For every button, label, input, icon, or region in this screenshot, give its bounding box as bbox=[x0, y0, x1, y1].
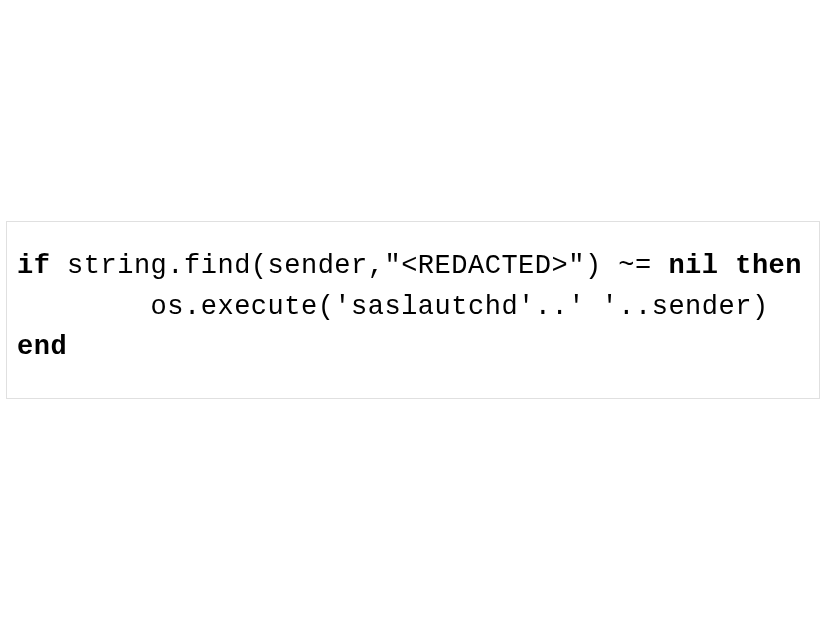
keyword-nil-then: nil then bbox=[668, 251, 802, 281]
code-line-1: if string.find(sender,"<REDACTED>") ~= n… bbox=[17, 246, 809, 287]
code-line-3: end bbox=[17, 327, 809, 368]
code-text-2: os.execute('saslautchd'..' '..sender) bbox=[17, 292, 769, 322]
keyword-if: if bbox=[17, 251, 50, 281]
code-text-1: string.find(sender,"<REDACTED>") ~= bbox=[50, 251, 668, 281]
keyword-end: end bbox=[17, 332, 67, 362]
code-line-2: os.execute('saslautchd'..' '..sender) bbox=[17, 287, 809, 328]
code-block: if string.find(sender,"<REDACTED>") ~= n… bbox=[6, 221, 820, 399]
